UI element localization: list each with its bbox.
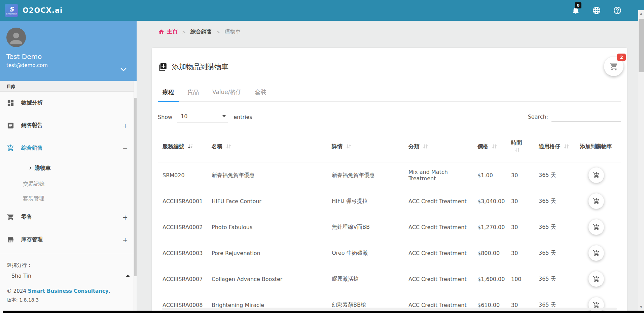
cell-validity: 365 天 <box>534 188 575 214</box>
column-header-time[interactable]: 時間 <box>506 131 534 162</box>
menu-section-header: 目錄 <box>0 81 137 92</box>
sidebar-footer: © 2024 Smart Business Consultancy. 版本: 1… <box>0 282 137 303</box>
sidebar-subitem-cart[interactable]: 購物車 <box>0 159 137 177</box>
add-to-cart-button[interactable] <box>588 167 604 183</box>
cell-detail: 無針埋線V面BB <box>327 214 404 240</box>
expand-icon[interactable]: + <box>122 122 128 129</box>
app-title: O2OCX.ai <box>23 6 63 14</box>
cell-add-to-cart <box>575 214 621 240</box>
cell-category: Mix and Match Treatment <box>404 162 473 188</box>
column-header-category[interactable]: 分類 <box>404 131 473 162</box>
table-horizontal-scrollbar[interactable] <box>162 308 617 310</box>
sidebar-item-inventory[interactable]: 庫存管理 + <box>0 228 137 251</box>
sidebar-item-retail[interactable]: 零售 + <box>0 206 137 228</box>
cart-icon <box>609 62 618 71</box>
breadcrumb-home-label: 主頁 <box>167 28 178 35</box>
column-header-detail[interactable]: 詳情 <box>327 131 404 162</box>
cell-time: 30 <box>506 240 534 266</box>
sort-desc-icon <box>187 144 193 151</box>
add-to-cart-button[interactable] <box>588 193 604 209</box>
cell-category: ACC Credit Treatment <box>404 266 473 292</box>
collapse-icon[interactable]: − <box>122 145 128 152</box>
sidebar-subitem-label: 購物車 <box>35 165 51 172</box>
add-to-cart-button[interactable] <box>588 245 604 261</box>
expand-icon[interactable]: + <box>122 214 128 221</box>
table-row: ACCIIISRA0003 Pore Rejuvenation Oreo 牛奶碳… <box>158 240 621 266</box>
user-name: Test Demo <box>6 53 137 61</box>
tab-products[interactable]: 貨品 <box>183 88 204 101</box>
breadcrumb-home[interactable]: 主頁 <box>158 28 178 35</box>
window-scrollbar[interactable]: ▲ ▼ <box>638 10 644 313</box>
cart-plus-icon <box>593 224 600 231</box>
table-row: ACCIIISRA0001 HIFU Face Contour HIFU 彈弓提… <box>158 188 621 214</box>
window-bottom-edge <box>3 311 644 313</box>
search-input[interactable] <box>551 112 621 122</box>
language-button[interactable] <box>592 6 601 15</box>
show-label: Show <box>158 114 172 120</box>
user-panel[interactable]: Test Demo test@demo.com <box>0 21 137 81</box>
scroll-down-arrow[interactable]: ▼ <box>638 304 644 310</box>
chevron-down-icon[interactable] <box>120 66 127 73</box>
help-button[interactable] <box>613 6 622 15</box>
cell-category: ACC Credit Treatment <box>404 214 473 240</box>
cell-name: Photo Fabulous <box>207 214 327 240</box>
cell-price: $3,040.00 <box>473 188 506 214</box>
sidebar-subitem-transactions[interactable]: 交易記錄 <box>0 177 137 191</box>
branch-value: Sha Tin <box>11 273 31 279</box>
notifications-button[interactable]: 0 <box>571 6 580 15</box>
cart-plus-icon <box>593 198 600 205</box>
column-header-price[interactable]: 價格 <box>473 131 506 162</box>
window-scrollbar-thumb[interactable] <box>639 19 644 72</box>
sidebar-item-sales-report[interactable]: 銷售報告 + <box>0 114 137 137</box>
cell-validity: 365 天 <box>534 240 575 266</box>
page-size-select[interactable]: 10 <box>177 112 228 123</box>
cell-detail: HIFU 彈弓提拉 <box>327 188 404 214</box>
sidebar-subitem-package-management[interactable]: 套裝管理 <box>0 191 137 206</box>
sort-icon <box>514 147 520 154</box>
globe-icon <box>592 6 601 15</box>
cell-price: $1,270.00 <box>473 214 506 240</box>
cell-time: 30 <box>506 188 534 214</box>
expand-icon[interactable]: + <box>122 236 128 244</box>
cart-plus-icon <box>593 250 600 257</box>
column-header-service-id[interactable]: 服務編號 <box>158 131 207 162</box>
add-to-cart-card: 添加物品到購物車 2 療程 貨品 Value/格仔 套裝 Show 10 ent… <box>152 48 627 313</box>
breadcrumb-separator: > <box>216 29 220 35</box>
cell-validity: 365 天 <box>534 162 575 188</box>
sidebar: Test Demo test@demo.com 目錄 數據分析 銷售報告 + 綜… <box>0 21 137 313</box>
sort-icon <box>492 144 497 151</box>
breadcrumb-level2[interactable]: 綜合銷售 <box>190 28 212 35</box>
cell-add-to-cart <box>575 240 621 266</box>
tab-treatments[interactable]: 療程 <box>158 88 179 102</box>
column-header-name[interactable]: 名稱 <box>207 131 327 162</box>
cart-icon <box>7 213 14 221</box>
view-cart-button[interactable]: 2 <box>604 57 623 76</box>
tab-packages[interactable]: 套裝 <box>250 88 271 101</box>
sidebar-scrollbar[interactable] <box>134 81 137 313</box>
cell-category: ACC Credit Treatment <box>404 188 473 214</box>
home-icon <box>158 29 165 35</box>
main-content: 主頁 > 綜合銷售 > 購物車 添加物品到購物車 2 療程 貨品 Value/格… <box>137 21 638 313</box>
chevron-right-icon <box>28 166 33 170</box>
column-header-validity[interactable]: 通用格仔 <box>534 131 575 162</box>
cell-service-id: ACCIIISRA0002 <box>158 214 207 240</box>
sidebar-subitem-label: 套裝管理 <box>23 195 44 202</box>
cell-time: 30 <box>506 214 534 240</box>
sidebar-item-analytics[interactable]: 數據分析 <box>0 92 137 114</box>
scroll-up-arrow[interactable]: ▲ <box>638 11 644 16</box>
sort-icon <box>346 144 352 151</box>
sidebar-item-label: 零售 <box>21 214 32 221</box>
breadcrumb: 主頁 > 綜合銷售 > 購物車 <box>158 28 241 35</box>
copyright-text: © 2024 <box>7 288 26 294</box>
add-to-cart-button[interactable] <box>588 271 604 287</box>
sidebar-scrollbar-thumb[interactable] <box>134 98 137 276</box>
cart-plus-icon <box>593 172 600 179</box>
cell-validity: 365 天 <box>534 214 575 240</box>
sidebar-item-integrated-sales[interactable]: 綜合銷售 − <box>0 137 137 159</box>
app-logo[interactable]: S SmartBiz <box>5 4 18 17</box>
add-to-cart-button[interactable] <box>588 219 604 235</box>
tab-value-voucher[interactable]: Value/格仔 <box>208 88 246 101</box>
branch-select[interactable]: Sha Tin <box>11 273 130 282</box>
cell-service-id: SRM020 <box>158 162 207 188</box>
company-link[interactable]: Smart Business Consultancy <box>28 288 109 294</box>
